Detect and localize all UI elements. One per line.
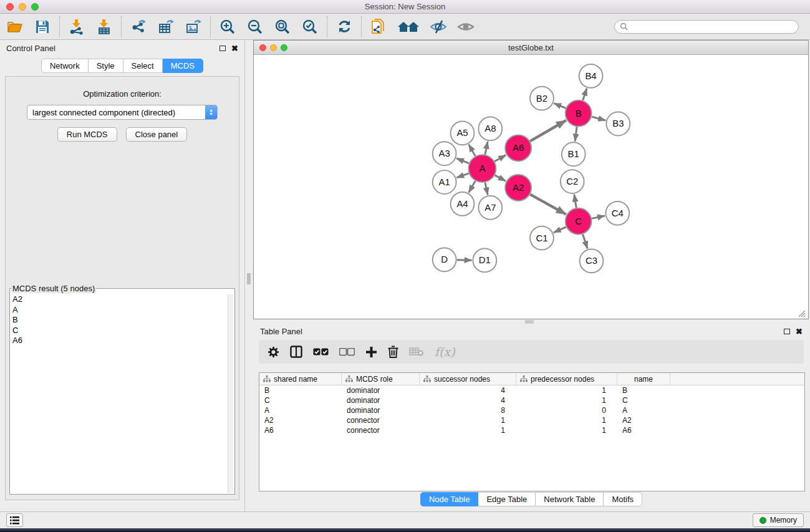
zoom-out-icon[interactable] <box>245 17 265 37</box>
table-cell[interactable]: 1 <box>516 385 617 395</box>
tab-network[interactable]: Network <box>41 59 89 73</box>
table-cell[interactable]: 4 <box>420 395 516 405</box>
function-builder-icon[interactable]: f(x) <box>435 345 455 359</box>
column-header-successor-nodes[interactable]: successor nodes <box>420 373 516 385</box>
search-input[interactable] <box>614 20 799 34</box>
open-session-icon[interactable] <box>5 17 25 37</box>
column-header-mcds-role[interactable]: MCDS role <box>342 373 420 385</box>
table-cell[interactable]: 1 <box>420 425 516 435</box>
new-session-from-network-icon[interactable] <box>369 17 388 37</box>
table-cell[interactable]: B <box>259 385 342 395</box>
graph-edge-A-A5[interactable] <box>469 145 475 157</box>
graph-edge-B-B1[interactable] <box>575 127 577 141</box>
tab-select[interactable]: Select <box>123 59 163 73</box>
graph-node-C1[interactable]: C1 <box>530 226 554 250</box>
graph-edge-A-A3[interactable] <box>456 158 469 163</box>
graph-node-A8[interactable]: A8 <box>478 117 502 141</box>
graph-node-C3[interactable]: C3 <box>580 249 604 273</box>
graph-node-B4[interactable]: B4 <box>579 64 603 88</box>
table-cell[interactable]: A <box>617 405 670 415</box>
table-cell[interactable]: connector <box>342 425 420 435</box>
show-all-icon[interactable] <box>456 17 476 37</box>
table-cell[interactable]: 0 <box>516 405 617 415</box>
table-cell[interactable]: A6 <box>617 425 670 435</box>
table-row[interactable]: Adominator80A <box>259 405 804 415</box>
graph-node-C4[interactable]: C4 <box>605 201 629 225</box>
graph-node-A2[interactable]: A2 <box>505 175 531 201</box>
graph-edge-B-B3[interactable] <box>592 117 605 120</box>
network-canvas[interactable]: AA1A2A3A4A5A6A7A8BB1B2B3B4CC1C2C3C4DD1 <box>254 56 808 319</box>
graph-edge-B-B4[interactable] <box>583 89 587 100</box>
mcds-result-item[interactable]: A <box>12 305 227 316</box>
graph-node-A3[interactable]: A3 <box>433 142 456 165</box>
home-icon[interactable] <box>396 17 421 37</box>
table-cell[interactable]: A2 <box>259 415 342 425</box>
result-scrollbar[interactable] <box>228 294 233 493</box>
export-table-icon[interactable] <box>156 17 176 37</box>
close-table-panel-icon[interactable]: ✖ <box>796 327 803 336</box>
graph-edge-C-C3[interactable] <box>583 235 588 249</box>
graph-node-A[interactable]: A <box>468 155 496 182</box>
export-network-icon[interactable] <box>128 17 148 37</box>
table-cell[interactable]: 4 <box>420 385 516 395</box>
graph-node-D1[interactable]: D1 <box>473 249 496 273</box>
table-cell[interactable]: 1 <box>516 425 617 435</box>
graph-node-A7[interactable]: A7 <box>478 196 502 220</box>
table-cell[interactable]: B <box>617 385 670 395</box>
graph-edge-B-B2[interactable] <box>554 104 566 109</box>
network-window-titlebar[interactable]: testGlobe.txt <box>254 41 808 55</box>
task-history-icon[interactable] <box>6 513 23 527</box>
close-panel-button[interactable]: Close panel <box>126 127 188 142</box>
graph-edge-C-C4[interactable] <box>592 216 605 218</box>
import-network-icon[interactable] <box>67 17 87 37</box>
table-cell[interactable]: 1 <box>516 415 617 425</box>
zoom-selected-icon[interactable] <box>300 17 320 37</box>
split-columns-icon[interactable] <box>290 346 302 358</box>
refresh-icon[interactable] <box>334 17 354 37</box>
divider-handle-icon[interactable] <box>247 273 251 284</box>
float-table-panel-icon[interactable] <box>784 329 790 334</box>
zoom-in-icon[interactable] <box>218 17 238 37</box>
delete-icon[interactable] <box>388 346 398 358</box>
column-header-predecessor-nodes[interactable]: predecessor nodes <box>516 373 617 385</box>
table-row[interactable]: Bdominator41B <box>259 385 804 395</box>
graph-edge-A-A1[interactable] <box>456 173 469 178</box>
table-cell[interactable]: C <box>617 395 670 405</box>
save-session-icon[interactable] <box>32 17 52 37</box>
table-cell[interactable]: dominator <box>342 405 420 415</box>
table-cell[interactable]: A2 <box>617 415 670 425</box>
float-panel-icon[interactable] <box>219 46 226 51</box>
tab-motifs[interactable]: Motifs <box>604 492 642 506</box>
graph-edge-C-C2[interactable] <box>574 195 576 208</box>
table-cell[interactable]: connector <box>342 415 420 425</box>
add-column-icon[interactable] <box>365 346 377 358</box>
graph-node-B2[interactable]: B2 <box>530 87 554 110</box>
gear-icon[interactable] <box>268 346 279 358</box>
mcds-result-item[interactable]: A2 <box>12 294 227 305</box>
column-header-name[interactable]: name <box>617 373 670 385</box>
table-cell[interactable]: 1 <box>516 395 617 405</box>
graph-edge-A-A2[interactable] <box>495 175 506 181</box>
graph-node-C2[interactable]: C2 <box>561 170 584 193</box>
graph-node-A1[interactable]: A1 <box>433 170 456 194</box>
criterion-select[interactable]: largest connected component (directed) ▲… <box>27 105 218 120</box>
graph-node-A4[interactable]: A4 <box>451 192 475 216</box>
hide-selected-icon[interactable] <box>428 17 448 37</box>
graph-edge-A6-B[interactable] <box>530 120 566 141</box>
deselect-all-icon[interactable] <box>339 348 355 356</box>
zoom-fit-icon[interactable] <box>272 17 292 37</box>
graph-node-B[interactable]: B <box>566 100 592 127</box>
mcds-result-item[interactable]: B <box>12 315 227 326</box>
close-panel-icon[interactable]: ✖ <box>231 44 238 52</box>
table-cell[interactable]: 8 <box>420 405 516 415</box>
graph-edge-A-A7[interactable] <box>485 183 488 195</box>
graph-node-B3[interactable]: B3 <box>606 112 630 136</box>
table-cell[interactable]: dominator <box>342 395 420 405</box>
graph-edge-A2-C[interactable] <box>530 195 566 215</box>
search-field[interactable] <box>630 22 793 31</box>
panel-divider[interactable] <box>244 40 253 511</box>
table-row[interactable]: Cdominator41C <box>259 395 804 405</box>
memory-button[interactable]: Memory <box>753 513 804 527</box>
table-cell[interactable]: C <box>259 395 342 405</box>
table-cell[interactable]: dominator <box>342 385 420 395</box>
